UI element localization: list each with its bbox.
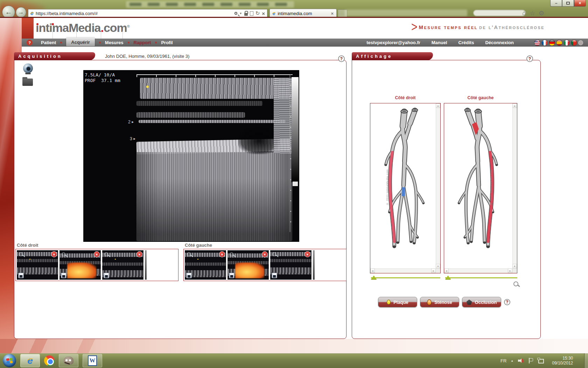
nav-item-acquerir[interactable]: Acquérir <box>66 38 94 46</box>
network-icon[interactable] <box>537 358 544 363</box>
scrollbar-corner <box>436 268 440 273</box>
close-button[interactable]: × <box>574 0 586 7</box>
action-center-flag-icon[interactable] <box>528 358 533 363</box>
volume-muted-icon[interactable] <box>518 358 524 363</box>
affichage-help-icon[interactable]: ? <box>526 55 533 62</box>
ultrasound-right-ruler <box>290 74 291 232</box>
taskbar-word-button[interactable]: W <box>83 354 102 367</box>
ssl-lock-icon[interactable] <box>244 11 248 16</box>
tools-gear-icon[interactable]: ⚙ <box>539 9 544 17</box>
thumb-delete-icon[interactable]: × <box>304 251 310 257</box>
favorites-star-icon[interactable]: ☆ <box>530 9 535 17</box>
ultrasound-thumbnail-doppler[interactable]: × <box>59 250 101 280</box>
slider-track[interactable] <box>445 277 517 278</box>
minimize-button[interactable]: – <box>550 0 562 7</box>
show-desktop-button[interactable] <box>584 353 588 368</box>
thumbs-left-label: Côté gauche <box>185 243 212 248</box>
tab-close-icon[interactable]: × <box>331 11 334 16</box>
thumb-save-icon[interactable] <box>61 273 66 278</box>
scroll-up-icon[interactable]: ▲ <box>436 103 440 108</box>
flag-usa-icon[interactable] <box>534 40 540 46</box>
scroll-down-icon[interactable]: ▼ <box>512 264 517 268</box>
legend-plaque-button[interactable]: Plaque <box>378 297 417 307</box>
ultrasound-thumbnail[interactable]: × <box>102 250 144 280</box>
slider-handle[interactable] <box>371 275 377 279</box>
diagram-vscrollbar[interactable]: ▲ ▼ <box>436 103 440 268</box>
taskbar-chrome-button[interactable] <box>44 355 55 366</box>
nav-item-profil[interactable]: Profil <box>161 40 173 45</box>
diagram-hscrollbar[interactable]: ◄ ► <box>444 268 512 273</box>
legend-occlusion-button[interactable]: Occlusion <box>462 297 501 307</box>
taskbar-ie-button[interactable]: e <box>20 354 40 367</box>
scroll-down-icon[interactable]: ▼ <box>436 264 440 268</box>
nav-item-mesures[interactable]: Mesures <box>105 40 124 45</box>
slider-handle[interactable] <box>445 275 451 279</box>
flag-spain-icon[interactable] <box>556 40 562 46</box>
flag-faded-icon[interactable] <box>578 40 583 45</box>
legend-help-icon[interactable]: ? <box>504 299 510 305</box>
address-bar[interactable]: e https://beta.intimamedia.com/# ▼ ↻ × <box>28 9 267 18</box>
nav-item-rapport[interactable]: Rapport <box>134 40 151 45</box>
search-dropdown-caret-icon[interactable]: ▼ <box>239 12 242 15</box>
scroll-right-icon[interactable]: ► <box>431 268 436 273</box>
nav-link-credits[interactable]: Crédits <box>458 40 474 45</box>
thumb-delete-icon[interactable]: × <box>51 251 57 257</box>
user-email[interactable]: testvpexplorer@yahoo.fr <box>366 40 420 45</box>
url-text[interactable]: https://beta.intimamedia.com/# <box>36 11 232 16</box>
ultrasound-thumbnail[interactable]: × <box>270 250 312 280</box>
browser-tab[interactable]: e intimamedia.com × <box>270 9 337 18</box>
diagram-vscrollbar[interactable]: ▲ ▼ <box>512 103 517 268</box>
slider-track[interactable] <box>371 277 440 278</box>
new-tab-button[interactable] <box>338 9 347 18</box>
diagram-hscrollbar[interactable]: ◄ ► <box>370 268 436 273</box>
thumb-save-icon[interactable] <box>186 273 192 278</box>
start-button[interactable] <box>3 354 16 367</box>
thumb-delete-icon[interactable]: × <box>136 251 142 257</box>
taskbar-gimp-button[interactable] <box>59 354 78 367</box>
artery-diagram-left[interactable]: © 2011 IntimaMedia.com ▲ ▼ ◄ ► <box>444 103 517 273</box>
thumb-save-icon[interactable] <box>229 273 234 278</box>
nav-item-patient[interactable]: Patient <box>41 40 56 45</box>
legend-stenose-button[interactable]: Sténose <box>420 297 459 307</box>
nav-link-deconnexion[interactable]: Déconnexion <box>485 40 514 45</box>
thumb-delete-icon[interactable]: × <box>219 251 225 257</box>
scroll-up-icon[interactable]: ▲ <box>512 103 517 108</box>
compatibility-view-icon[interactable] <box>250 11 253 16</box>
scroll-right-icon[interactable]: ► <box>508 268 512 273</box>
search-icon[interactable] <box>234 12 237 15</box>
maximize-button[interactable] <box>562 0 574 7</box>
thumb-save-icon[interactable] <box>272 273 277 278</box>
clock[interactable]: 15:3009/10/2012 <box>548 356 573 366</box>
diagram-left-slider[interactable] <box>445 275 517 280</box>
ultrasound-thumbnail[interactable]: × <box>185 250 226 280</box>
home-icon[interactable]: ⌂ <box>522 9 526 17</box>
stop-icon[interactable]: × <box>262 11 265 16</box>
browser-forward-button[interactable]: → <box>16 7 26 18</box>
zoom-magnifier-icon[interactable] <box>513 281 520 288</box>
refresh-icon[interactable]: ↻ <box>255 10 260 16</box>
flag-germany-icon[interactable] <box>549 40 555 46</box>
camera-icon[interactable] <box>23 63 33 73</box>
nav-link-manuel[interactable]: Manuel <box>432 40 447 45</box>
thumb-save-icon[interactable] <box>18 273 24 278</box>
thumb-save-icon[interactable] <box>104 273 109 278</box>
scroll-left-icon[interactable]: ◄ <box>370 268 375 273</box>
flag-portugal-icon[interactable] <box>571 40 577 46</box>
flag-italy-icon[interactable] <box>564 40 570 46</box>
diagram-right-slider[interactable] <box>371 275 440 280</box>
scroll-left-icon[interactable]: ◄ <box>444 268 449 273</box>
ultrasound-thumbnail[interactable]: × <box>17 250 58 280</box>
acquisition-help-icon[interactable]: ? <box>338 55 345 62</box>
ultrasound-thumbnail-doppler[interactable]: × <box>227 250 269 280</box>
folder-icon[interactable] <box>22 79 33 86</box>
tab-title: intimamedia.com <box>278 11 328 16</box>
flag-france-icon[interactable] <box>541 40 548 46</box>
artery-diagram-right[interactable]: © 2011 IntimaMedia.com ▲ ▼ ◄ ► <box>370 103 441 273</box>
thumb-delete-icon[interactable]: × <box>262 251 268 257</box>
thumb-delete-icon[interactable]: × <box>94 251 100 257</box>
magnifier-glyph <box>234 12 237 15</box>
tray-expand-icon[interactable]: ▲ <box>511 359 513 362</box>
language-indicator[interactable]: FR <box>500 358 506 363</box>
nav-help-icon[interactable]: ? <box>27 40 33 46</box>
lesion-legend: Plaque Sténose Occlusion ? <box>378 297 510 307</box>
